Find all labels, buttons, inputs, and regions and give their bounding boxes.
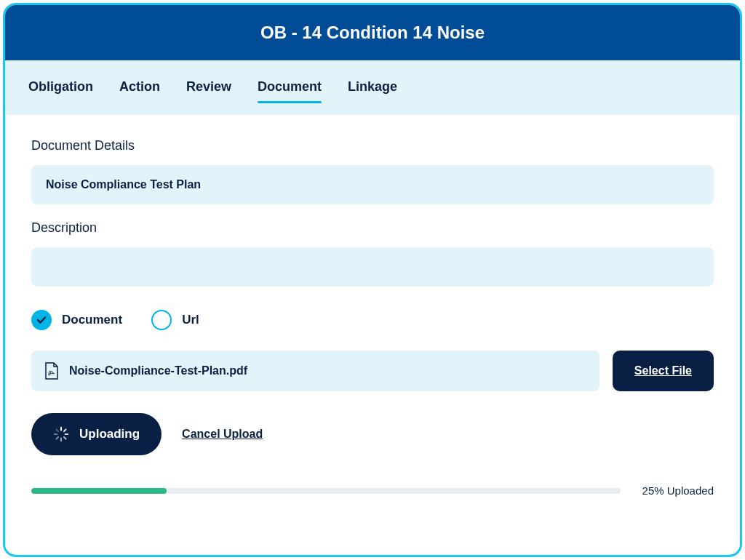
tab-label: Obligation — [28, 79, 93, 94]
tab-label: Linkage — [348, 79, 397, 94]
spinner-icon — [53, 426, 69, 442]
modal-header: OB - 14 Condition 14 Noise — [5, 5, 740, 60]
radio-document[interactable]: Document — [31, 310, 122, 330]
button-label: Uploading — [79, 427, 140, 441]
tab-bar: Obligation Action Review Document Linkag… — [5, 60, 740, 115]
description-label: Description — [31, 220, 714, 236]
cancel-upload-link[interactable]: Cancel Upload — [182, 428, 263, 441]
tab-document[interactable]: Document — [258, 79, 322, 102]
radio-checked-icon — [31, 310, 52, 330]
check-icon — [36, 314, 47, 326]
progress-fill — [31, 488, 167, 494]
tab-review[interactable]: Review — [186, 79, 231, 102]
file-row: Noise-Compliance-Test-Plan.pdf Select Fi… — [31, 351, 714, 391]
progress-bar — [31, 488, 621, 494]
uploading-button[interactable]: Uploading — [31, 413, 162, 455]
svg-line-7 — [57, 430, 59, 432]
file-pdf-icon — [44, 362, 59, 380]
progress-text: 25% Uploaded — [642, 484, 714, 497]
tab-linkage[interactable]: Linkage — [348, 79, 397, 102]
svg-line-3 — [64, 437, 66, 439]
file-name: Noise-Compliance-Test-Plan.pdf — [69, 364, 247, 377]
file-display: Noise-Compliance-Test-Plan.pdf — [31, 351, 599, 391]
svg-line-1 — [64, 430, 66, 432]
select-file-button[interactable]: Select File — [613, 351, 714, 391]
details-label: Document Details — [31, 138, 714, 153]
svg-line-5 — [57, 437, 59, 439]
description-input[interactable] — [31, 247, 714, 287]
radio-url[interactable]: Url — [151, 310, 199, 330]
radio-label: Url — [182, 313, 199, 327]
tab-label: Document — [258, 79, 322, 94]
content-area: Document Details Description Document Ur… — [5, 115, 740, 520]
button-label: Select File — [634, 364, 692, 377]
upload-row: Uploading Cancel Upload — [31, 413, 714, 455]
details-input[interactable] — [31, 165, 714, 204]
tab-obligation[interactable]: Obligation — [28, 79, 93, 102]
tab-action[interactable]: Action — [119, 79, 160, 102]
tab-label: Review — [186, 79, 231, 94]
radio-label: Document — [62, 313, 122, 327]
type-radio-group: Document Url — [31, 310, 714, 330]
modal-title: OB - 14 Condition 14 Noise — [260, 23, 485, 42]
app-window: OB - 14 Condition 14 Noise Obligation Ac… — [3, 3, 742, 557]
radio-unchecked-icon — [151, 310, 172, 330]
tab-label: Action — [119, 79, 160, 94]
progress-row: 25% Uploaded — [31, 484, 714, 497]
